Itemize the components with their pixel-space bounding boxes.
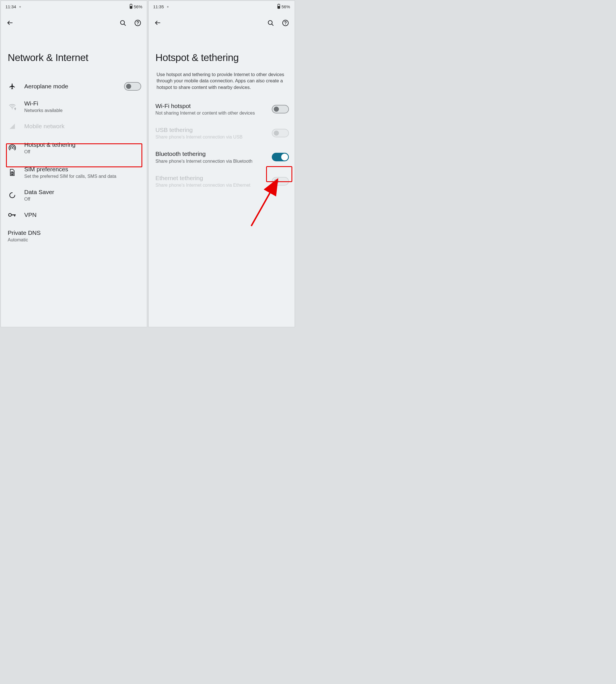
ethernet-tethering-toggle xyxy=(272,177,289,185)
location-icon: ⌖ xyxy=(167,5,169,9)
help-icon[interactable] xyxy=(282,19,289,26)
row-wifi[interactable]: ? Wi-Fi Networks available xyxy=(1,95,147,118)
row-sub: Networks available xyxy=(24,108,141,113)
svg-rect-2 xyxy=(130,6,132,8)
row-sub: Off xyxy=(24,196,141,202)
status-time: 11:35 xyxy=(153,4,164,9)
signal-icon xyxy=(7,123,17,129)
row-title: VPN xyxy=(24,211,141,219)
row-data-saver[interactable]: Data Saver Off xyxy=(1,184,147,207)
svg-point-6 xyxy=(12,108,13,109)
row-hotspot-tethering[interactable]: Hotspot & tethering Off xyxy=(1,135,147,161)
help-icon[interactable] xyxy=(134,19,141,26)
location-icon: ⌖ xyxy=(19,5,21,9)
app-bar xyxy=(1,11,147,28)
screen-hotspot-tethering: 11:35 ⌖ 56% Hotspot & tethering Use hots… xyxy=(148,1,295,327)
row-bluetooth-tethering[interactable]: Bluetooth tethering Share phone's Intern… xyxy=(149,145,294,169)
screen-network-internet: 11:34 ⌖ 56% Network & Internet xyxy=(1,1,147,327)
bluetooth-tethering-toggle[interactable] xyxy=(272,153,289,161)
row-sub: Automatic xyxy=(8,237,141,243)
page-title: Network & Internet xyxy=(1,28,147,77)
battery-icon xyxy=(277,4,280,10)
row-sub: Off xyxy=(24,149,141,155)
svg-point-19 xyxy=(285,24,286,24)
svg-rect-12 xyxy=(14,214,15,216)
app-bar xyxy=(149,11,294,28)
search-icon[interactable] xyxy=(267,19,274,26)
row-title: Wi-Fi hotspot xyxy=(155,102,265,110)
status-bar: 11:34 ⌖ 56% xyxy=(1,1,147,11)
row-sub: Share phone's Internet connection via Et… xyxy=(155,182,265,188)
data-saver-icon xyxy=(7,192,17,199)
hotspot-icon xyxy=(7,144,17,152)
row-title: Aeroplane mode xyxy=(24,83,117,90)
svg-point-8 xyxy=(12,147,13,149)
svg-rect-1 xyxy=(130,4,131,4)
wifi-icon: ? xyxy=(7,103,17,110)
search-icon[interactable] xyxy=(119,19,126,26)
svg-point-10 xyxy=(8,213,12,216)
row-sub: Not sharing Internet or content with oth… xyxy=(155,110,265,116)
svg-rect-16 xyxy=(278,6,280,8)
row-title: Mobile network xyxy=(24,122,141,130)
battery-icon xyxy=(130,4,133,10)
status-bar: 11:35 ⌖ 56% xyxy=(149,1,294,11)
row-title: Bluetooth tethering xyxy=(155,150,265,158)
back-icon[interactable] xyxy=(154,19,161,26)
row-mobile-network: Mobile network xyxy=(1,118,147,135)
svg-rect-15 xyxy=(278,4,279,4)
back-icon[interactable] xyxy=(6,19,14,26)
aeroplane-toggle[interactable] xyxy=(124,82,141,91)
status-battery: 56% xyxy=(134,4,142,9)
row-sub: Share phone's Internet connection via US… xyxy=(155,134,265,140)
status-time: 11:34 xyxy=(5,4,16,9)
status-battery: 56% xyxy=(282,4,290,9)
row-title: Ethernet tethering xyxy=(155,175,265,182)
row-usb-tethering: USB tethering Share phone's Internet con… xyxy=(149,121,294,145)
page-description: Use hotspot and tethering to provide Int… xyxy=(149,71,294,97)
svg-point-5 xyxy=(137,24,138,24)
row-sub: Share phone's Internet connection via Bl… xyxy=(155,158,265,164)
wifi-hotspot-toggle[interactable] xyxy=(272,105,289,113)
row-title: USB tethering xyxy=(155,126,265,134)
usb-tethering-toggle xyxy=(272,129,289,137)
row-aeroplane-mode[interactable]: Aeroplane mode xyxy=(1,77,147,95)
row-sub: Set the preferred SIM for calls, SMS and… xyxy=(24,174,141,179)
vpn-key-icon xyxy=(7,213,17,217)
row-sim-preferences[interactable]: SIM preferences Set the preferred SIM fo… xyxy=(1,161,147,184)
page-title: Hotspot & tethering xyxy=(149,28,294,71)
row-title: Private DNS xyxy=(8,229,141,236)
row-title: Data Saver xyxy=(24,188,141,196)
svg-text:?: ? xyxy=(15,107,16,110)
sim-icon xyxy=(7,169,17,176)
row-vpn[interactable]: VPN xyxy=(1,207,147,223)
airplane-icon xyxy=(7,83,17,90)
row-title: SIM preferences xyxy=(24,165,141,173)
row-ethernet-tethering: Ethernet tethering Share phone's Interne… xyxy=(149,169,294,193)
row-wifi-hotspot[interactable]: Wi-Fi hotspot Not sharing Internet or co… xyxy=(149,97,294,121)
row-title: Wi-Fi xyxy=(24,100,141,107)
row-private-dns[interactable]: Private DNS Automatic xyxy=(1,225,147,247)
row-title: Hotspot & tethering xyxy=(24,141,141,149)
